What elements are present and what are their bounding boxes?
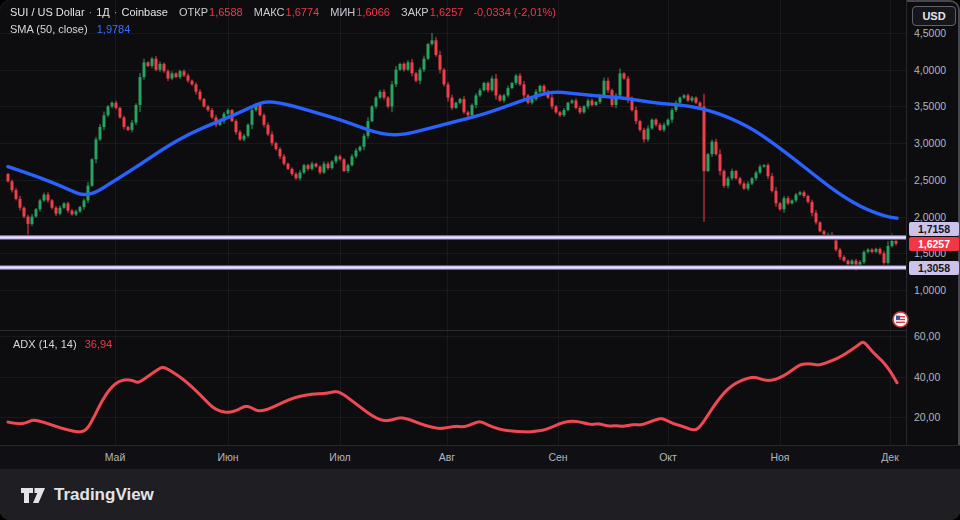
low-value: 1,6066 <box>356 6 390 18</box>
level-badge-lower: 1,3058 <box>909 261 959 275</box>
time-tick: Ноя <box>750 451 810 463</box>
adx-tick: 20,00 <box>907 411 960 423</box>
time-tick: Дек <box>860 451 920 463</box>
chart-frame: SUI / US Dollar·1Д·Coinbase ОТКР1,6588 М… <box>0 0 960 520</box>
adx-value: 36,94 <box>85 338 113 350</box>
legend-separator: · <box>89 6 93 18</box>
sma-label: SMA (50, close) <box>10 23 88 35</box>
interval-label: 1Д <box>96 6 110 18</box>
tradingview-brand-text: TradingView <box>54 485 154 505</box>
level-badge-upper: 1,7158 <box>909 222 959 236</box>
symbol-legend: SUI / US Dollar·1Д·Coinbase ОТКР1,6588 М… <box>10 6 556 18</box>
price-tick: 1,0000 <box>907 284 960 296</box>
adx-tick: 60,00 <box>907 330 960 342</box>
price-tick: 3,0000 <box>907 137 960 149</box>
sma-legend: SMA (50, close) 1,9784 <box>10 23 130 35</box>
low-label: МИН <box>330 6 355 18</box>
tradingview-logo[interactable]: TradingView <box>20 485 154 505</box>
currency-button[interactable]: USD <box>912 6 956 26</box>
open-value: 1,6588 <box>209 6 243 18</box>
chart-canvas[interactable] <box>0 0 906 445</box>
flag-icon[interactable] <box>892 311 909 328</box>
time-tick: Авг <box>417 451 477 463</box>
high-label: МАКС <box>254 6 285 18</box>
symbol-title: SUI / US Dollar <box>10 6 85 18</box>
price-tick: 4,5000 <box>907 27 960 39</box>
time-tick: Июн <box>198 451 258 463</box>
high-value: 1,6774 <box>286 6 320 18</box>
tradingview-logo-icon <box>20 487 46 504</box>
time-tick: Окт <box>638 451 698 463</box>
last-price-badge: 1,6257 <box>909 237 959 251</box>
adx-label: ADX (14, 14) <box>13 338 77 350</box>
change-value: -0,0334 (-2,01%) <box>473 6 556 18</box>
footer: TradingView <box>0 468 960 520</box>
time-axis[interactable]: МайИюнИюлАвгСенОктНояДек <box>0 445 960 469</box>
us-flag-icon <box>892 311 909 328</box>
price-tick: 4,0000 <box>907 64 960 76</box>
time-tick: Май <box>85 451 145 463</box>
legend-separator: · <box>114 6 118 18</box>
sma-value: 1,9784 <box>97 23 131 35</box>
open-label: ОТКР <box>179 6 208 18</box>
time-tick: Сен <box>528 451 588 463</box>
price-tick: 2,5000 <box>907 174 960 186</box>
exchange-label: Coinbase <box>122 6 168 18</box>
price-axis[interactable]: USD 4,50004,00003,50003,00002,50002,0000… <box>906 0 960 445</box>
adx-legend: ADX (14, 14) 36,94 <box>13 338 112 350</box>
close-label: ЗАКР <box>401 6 429 18</box>
adx-tick: 40,00 <box>907 371 960 383</box>
price-tick: 2,0000 <box>907 211 960 223</box>
price-tick: 3,5000 <box>907 100 960 112</box>
close-value: 1,6257 <box>430 6 464 18</box>
time-tick: Июл <box>310 451 370 463</box>
